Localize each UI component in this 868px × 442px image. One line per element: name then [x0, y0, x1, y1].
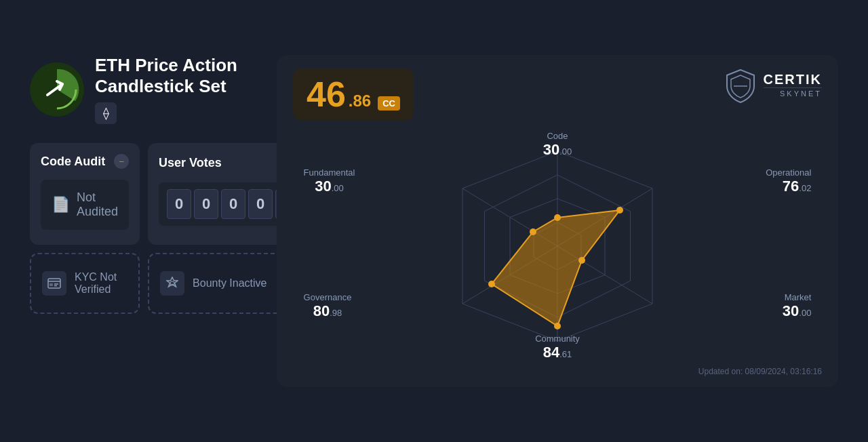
- fundamental-label-name: Fundamental: [304, 167, 355, 178]
- label-fundamental: Fundamental 30.00: [304, 167, 355, 195]
- governance-value: 80: [313, 302, 330, 319]
- updated-text: Updated on: 08/09/2024, 03:16:16: [293, 367, 822, 376]
- not-audited-label: Not Audited: [77, 190, 118, 219]
- market-decimal: .00: [799, 308, 811, 318]
- operational-decimal: .02: [799, 183, 811, 193]
- vote-digit-3: 0: [221, 189, 245, 219]
- certik-logo: CERTIK SKYNET: [724, 68, 822, 101]
- right-panel: 46 .86 CC CERTIK SKYNET: [277, 55, 838, 387]
- kyc-card: KYC Not Verified: [30, 253, 140, 314]
- score-box: 46 .86 CC: [293, 68, 414, 120]
- kyc-label: KYC Not Verified: [75, 271, 127, 296]
- community-label-name: Community: [535, 334, 580, 344]
- fundamental-decimal: .00: [332, 183, 344, 193]
- bounty-icon: [160, 271, 184, 296]
- certik-skynet: SKYNET: [764, 87, 822, 98]
- governance-label-name: Governance: [304, 292, 352, 302]
- vote-digit-2: 0: [194, 189, 218, 219]
- radar-chart: .axis-line { stroke: #3a4260; stroke-wid…: [293, 131, 822, 361]
- project-title: ETH Price Action Candlestick Set: [95, 55, 237, 97]
- fundamental-value: 30: [315, 178, 331, 195]
- code-audit-card: Code Audit − 📄 Not Audited: [30, 143, 140, 245]
- svg-rect-5: [50, 283, 53, 286]
- certik-text: CERTIK SKYNET: [764, 72, 822, 98]
- market-label-name: Market: [783, 292, 812, 302]
- label-community: Community 84.61: [535, 334, 580, 361]
- user-votes-title: User Votes: [159, 156, 222, 170]
- certik-name: CERTIK: [764, 72, 822, 87]
- score-main: 46: [307, 77, 346, 112]
- community-value: 84: [543, 344, 559, 361]
- document-icon: 📄: [52, 196, 70, 214]
- code-label-name: Code: [543, 131, 572, 141]
- community-decimal: .61: [559, 349, 572, 359]
- project-title-section: ETH Price Action Candlestick Set ⟠: [95, 55, 237, 124]
- certik-shield-icon: [724, 68, 757, 101]
- operational-value: 76: [783, 178, 799, 195]
- updated-label: Updated on: 08/09/2024, 03:16:16: [698, 367, 822, 376]
- not-audited-box: 📄 Not Audited: [41, 180, 129, 230]
- label-market: Market 30.00: [783, 292, 812, 320]
- label-code: Code 30.00: [543, 131, 572, 159]
- right-top: 46 .86 CC CERTIK SKYNET: [293, 68, 822, 120]
- eth-icon: ⟠: [103, 106, 109, 121]
- operational-label-name: Operational: [766, 167, 811, 178]
- vote-digit-1: 0: [167, 189, 191, 219]
- minus-icon: −: [114, 154, 129, 169]
- vote-digit-4: 0: [248, 189, 273, 219]
- project-logo: [30, 62, 84, 117]
- governance-decimal: .98: [330, 308, 342, 318]
- score-decimal: .86: [349, 92, 371, 110]
- market-value: 30: [783, 302, 799, 319]
- cc-badge: CC: [378, 96, 400, 110]
- code-audit-header: Code Audit −: [41, 154, 129, 169]
- project-header: ETH Price Action Candlestick Set ⟠: [30, 55, 260, 124]
- ethereum-badge: ⟠: [95, 102, 117, 124]
- label-operational: Operational 76.02: [766, 167, 811, 195]
- code-decimal: .00: [559, 146, 572, 157]
- radar-labels: Code 30.00 Fundamental 30.00 Operational: [293, 131, 822, 361]
- left-panel: ETH Price Action Candlestick Set ⟠ Code …: [30, 55, 260, 387]
- code-audit-title: Code Audit: [41, 155, 105, 169]
- code-value: 30: [543, 141, 559, 158]
- cards-grid: Code Audit − 📄 Not Audited User Votes 🔥 …: [30, 143, 260, 314]
- label-governance: Governance 80.98: [304, 292, 352, 320]
- kyc-icon: [42, 271, 66, 296]
- svg-rect-3: [48, 279, 60, 288]
- bounty-label: Bounty Inactive: [193, 277, 267, 289]
